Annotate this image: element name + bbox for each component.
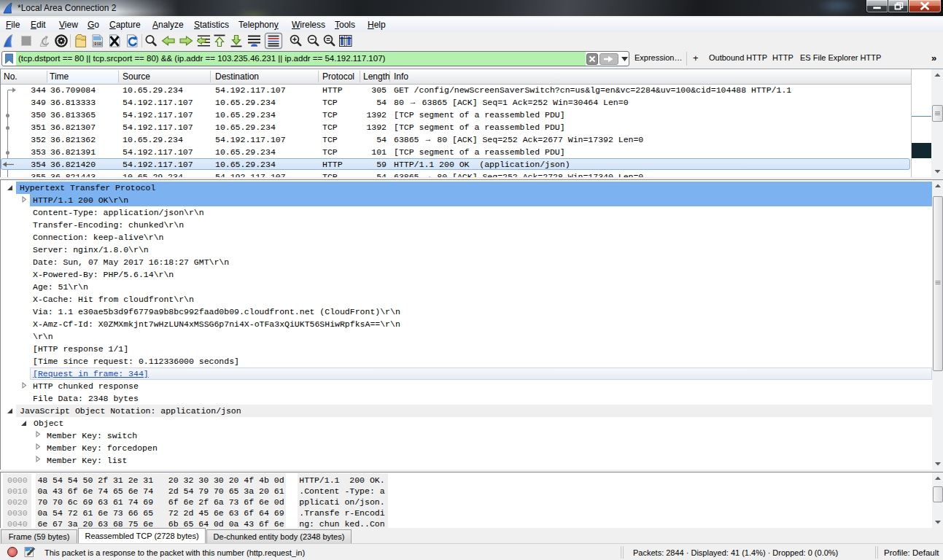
svg-text:010: 010: [94, 42, 101, 47]
